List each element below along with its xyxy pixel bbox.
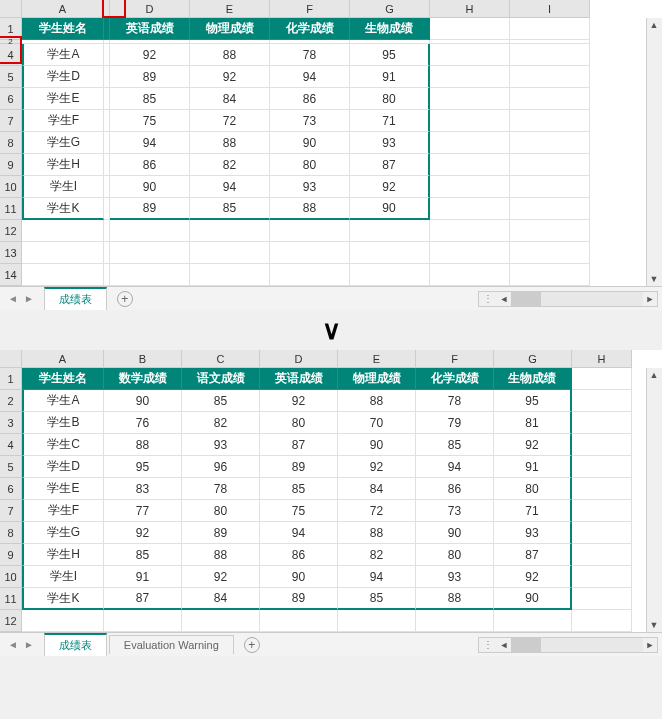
cell[interactable]	[22, 610, 104, 632]
cell[interactable]: 89	[182, 522, 260, 544]
row-header[interactable]: 7	[0, 500, 22, 522]
cell[interactable]: 学生F	[22, 110, 104, 132]
cell[interactable]: 88	[270, 198, 350, 220]
cell[interactable]: 91	[104, 566, 182, 588]
tab-nav-arrows[interactable]: ◄ ►	[0, 639, 42, 650]
cell[interactable]: 92	[350, 176, 430, 198]
cell[interactable]: 88	[338, 390, 416, 412]
col-header[interactable]: C	[182, 350, 260, 368]
cell[interactable]: 92	[182, 566, 260, 588]
add-sheet-button[interactable]: +	[117, 291, 133, 307]
cell[interactable]: 学生H	[22, 154, 104, 176]
col-header[interactable]: B	[104, 350, 182, 368]
cell[interactable]	[190, 220, 270, 242]
cell[interactable]: 85	[338, 588, 416, 610]
cell[interactable]: 73	[270, 110, 350, 132]
cell[interactable]	[430, 242, 510, 264]
cell[interactable]: 76	[104, 412, 182, 434]
col-header[interactable]: D	[110, 0, 190, 18]
cell[interactable]	[510, 44, 590, 66]
cell[interactable]	[430, 176, 510, 198]
cell[interactable]: 79	[416, 412, 494, 434]
cell[interactable]: 85	[260, 478, 338, 500]
cell[interactable]: 89	[260, 588, 338, 610]
hscroll-thumb[interactable]	[511, 638, 541, 652]
cell[interactable]: 84	[190, 88, 270, 110]
scroll-up-icon[interactable]: ▲	[647, 18, 661, 32]
col-header[interactable]: F	[416, 350, 494, 368]
cell[interactable]: 学生H	[22, 544, 104, 566]
sheet-tab-active[interactable]: 成绩表	[44, 287, 107, 310]
cell[interactable]	[510, 132, 590, 154]
row-header[interactable]: 5	[0, 66, 22, 88]
cell[interactable]: 88	[190, 44, 270, 66]
col-header[interactable]: D	[260, 350, 338, 368]
cell[interactable]: 92	[338, 456, 416, 478]
cell[interactable]: 87	[104, 588, 182, 610]
cell[interactable]: 80	[270, 154, 350, 176]
cell[interactable]: 87	[494, 544, 572, 566]
cell[interactable]: 学生E	[22, 88, 104, 110]
row-header[interactable]: 7	[0, 110, 22, 132]
cell[interactable]	[270, 242, 350, 264]
cell[interactable]	[350, 264, 430, 286]
cell[interactable]	[430, 110, 510, 132]
cell[interactable]	[510, 220, 590, 242]
cell[interactable]: 85	[104, 544, 182, 566]
cell[interactable]: 学生A	[22, 44, 104, 66]
cell[interactable]	[104, 610, 182, 632]
cell[interactable]: 91	[494, 456, 572, 478]
split-handle-icon[interactable]: ⋮	[479, 639, 497, 650]
cell[interactable]	[22, 220, 104, 242]
split-handle-icon[interactable]: ⋮	[479, 293, 497, 304]
cell[interactable]: 88	[338, 522, 416, 544]
cell[interactable]	[190, 242, 270, 264]
cell[interactable]: 生物成绩	[350, 18, 430, 40]
cell[interactable]: 学生G	[22, 132, 104, 154]
hscroll-track[interactable]	[511, 638, 643, 652]
cell[interactable]	[494, 610, 572, 632]
col-header[interactable]: I	[510, 0, 590, 18]
cell[interactable]: 80	[182, 500, 260, 522]
cell[interactable]: 学生D	[22, 66, 104, 88]
scroll-up-icon[interactable]: ▲	[647, 368, 661, 382]
cell[interactable]	[338, 610, 416, 632]
cell[interactable]: 72	[338, 500, 416, 522]
cell[interactable]: 学生I	[22, 566, 104, 588]
cell[interactable]: 84	[182, 588, 260, 610]
cell[interactable]: 82	[182, 412, 260, 434]
cell[interactable]: 学生姓名	[22, 368, 104, 390]
cell[interactable]	[510, 110, 590, 132]
row-header[interactable]: 3	[0, 412, 22, 434]
hscroll-track[interactable]	[511, 292, 643, 306]
cell[interactable]: 92	[190, 66, 270, 88]
cell[interactable]: 85	[110, 88, 190, 110]
cell[interactable]: 78	[270, 44, 350, 66]
cell[interactable]	[572, 478, 632, 500]
cell[interactable]	[510, 242, 590, 264]
cell[interactable]	[190, 264, 270, 286]
row-header[interactable]: 10	[0, 566, 22, 588]
cell[interactable]: 80	[494, 478, 572, 500]
cell[interactable]: 92	[110, 44, 190, 66]
col-header[interactable]: A	[22, 0, 104, 18]
cell[interactable]	[572, 522, 632, 544]
cell[interactable]	[572, 544, 632, 566]
cell[interactable]: 86	[110, 154, 190, 176]
cell[interactable]: 92	[494, 566, 572, 588]
cell[interactable]: 92	[260, 390, 338, 412]
nav-next-icon[interactable]: ►	[24, 639, 34, 650]
row-header[interactable]: 9	[0, 544, 22, 566]
cell[interactable]: 88	[416, 588, 494, 610]
cell[interactable]: 71	[350, 110, 430, 132]
cell[interactable]: 91	[350, 66, 430, 88]
cell[interactable]	[110, 242, 190, 264]
row-header[interactable]: 11	[0, 588, 22, 610]
sheet-tab-warning[interactable]: Evaluation Warning	[109, 635, 234, 654]
cell[interactable]: 化学成绩	[270, 18, 350, 40]
cell[interactable]: 90	[104, 390, 182, 412]
cell[interactable]: 85	[190, 198, 270, 220]
cell[interactable]: 学生I	[22, 176, 104, 198]
cell[interactable]: 85	[416, 434, 494, 456]
cell[interactable]	[430, 44, 510, 66]
